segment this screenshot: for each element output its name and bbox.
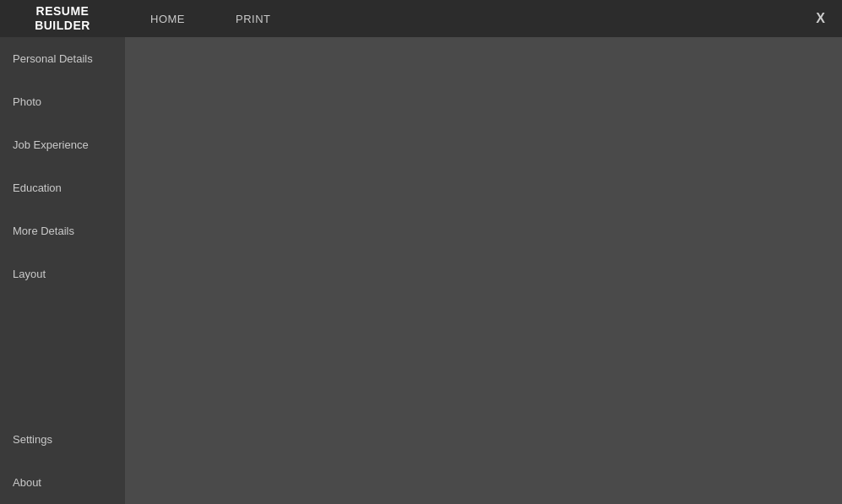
brand-logo[interactable]: RESUMEBUILDER bbox=[0, 0, 125, 37]
nav-links: HOME PRINT bbox=[125, 0, 799, 37]
brand-text: RESUMEBUILDER bbox=[35, 4, 90, 33]
sidebar-item-about[interactable]: About bbox=[0, 461, 125, 504]
print-nav-link[interactable]: PRINT bbox=[210, 0, 296, 37]
sidebar: Personal Details Photo Job Experience Ed… bbox=[0, 37, 125, 504]
sidebar-item-education[interactable]: Education bbox=[0, 166, 125, 209]
top-nav: RESUMEBUILDER HOME PRINT X bbox=[0, 0, 842, 37]
sidebar-item-settings[interactable]: Settings bbox=[0, 418, 125, 461]
sidebar-item-personal-details[interactable]: Personal Details bbox=[0, 37, 125, 80]
sidebar-item-more-details[interactable]: More Details bbox=[0, 209, 125, 252]
sidebar-item-layout[interactable]: Layout bbox=[0, 252, 125, 295]
main-content: Personal Details Photo Job Experience Ed… bbox=[0, 37, 842, 504]
content-area bbox=[125, 37, 842, 504]
sidebar-bottom: Settings About bbox=[0, 418, 125, 504]
home-nav-link[interactable]: HOME bbox=[125, 0, 210, 37]
sidebar-spacer bbox=[0, 295, 125, 418]
close-button[interactable]: X bbox=[799, 0, 842, 37]
sidebar-item-job-experience[interactable]: Job Experience bbox=[0, 123, 125, 166]
sidebar-item-photo[interactable]: Photo bbox=[0, 80, 125, 123]
